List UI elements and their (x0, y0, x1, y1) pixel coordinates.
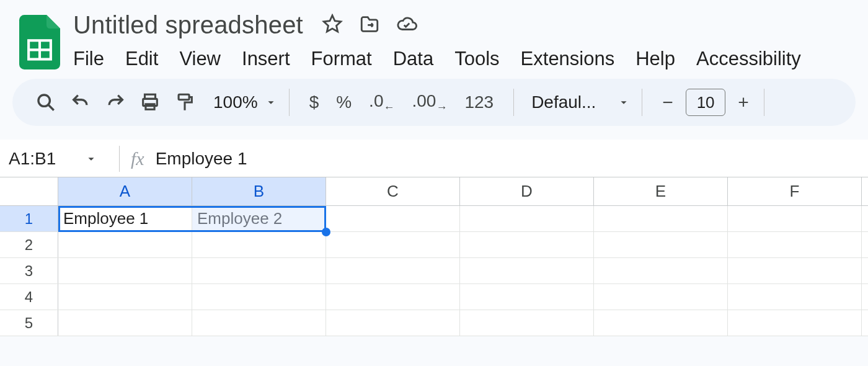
menu-extensions[interactable]: Extensions (521, 48, 615, 70)
decrease-decimal-button[interactable]: .0← (369, 91, 394, 114)
zoom-select[interactable]: 100% (210, 92, 278, 112)
chevron-down-icon (84, 152, 98, 166)
svg-line-4 (48, 105, 54, 110)
star-icon[interactable] (322, 14, 343, 35)
cloud-status-icon[interactable] (396, 14, 417, 35)
cell-B2[interactable] (192, 232, 326, 257)
row-header-4[interactable]: 4 (0, 284, 58, 310)
font-select[interactable]: Defaul... (531, 92, 631, 112)
cell-D5[interactable] (460, 310, 594, 336)
cell-C3[interactable] (326, 258, 460, 283)
cell-F5[interactable] (728, 310, 862, 336)
cell-A5[interactable] (58, 310, 192, 336)
font-size-input[interactable]: 10 (686, 89, 725, 116)
column-header-E[interactable]: E (594, 177, 728, 205)
cell-D4[interactable] (460, 284, 594, 310)
menu-help[interactable]: Help (636, 48, 675, 70)
svg-point-3 (38, 95, 50, 106)
print-icon[interactable] (135, 87, 165, 117)
menu-file[interactable]: File (73, 48, 104, 70)
row-header-5[interactable]: 5 (0, 310, 58, 336)
menubar: File Edit View Insert Format Data Tools … (73, 48, 801, 70)
cell-D3[interactable] (460, 258, 594, 283)
cell-E2[interactable] (594, 232, 728, 257)
format-percent-button[interactable]: % (336, 92, 352, 112)
increase-decimal-button[interactable]: .00→ (412, 91, 447, 114)
chevron-down-icon (264, 96, 278, 109)
cell-A1[interactable]: Employee 1 (58, 206, 192, 231)
font-name: Defaul... (531, 92, 596, 112)
cell-B3[interactable] (192, 258, 326, 283)
menu-data[interactable]: Data (393, 48, 433, 70)
cell-B5[interactable] (192, 310, 326, 336)
more-formats-button[interactable]: 123 (464, 92, 494, 112)
row-header-2[interactable]: 2 (0, 232, 58, 257)
spreadsheet-grid[interactable]: A B C D E F 1 Employee 1 Employee 2 2 3 … (0, 177, 868, 336)
cell-C4[interactable] (326, 284, 460, 310)
svg-rect-8 (179, 94, 189, 100)
cell-F3[interactable] (728, 258, 862, 283)
menu-tools[interactable]: Tools (454, 48, 499, 70)
cell-E5[interactable] (594, 310, 728, 336)
menu-accessibility[interactable]: Accessibility (696, 48, 801, 70)
fx-icon: fx (131, 148, 144, 169)
menu-insert[interactable]: Insert (242, 48, 290, 70)
redo-icon[interactable] (100, 87, 130, 117)
toolbar: 100% $ % .0← .00→ 123 Defaul... − 10 + (12, 79, 856, 126)
cell-F1[interactable] (728, 206, 862, 231)
menu-edit[interactable]: Edit (125, 48, 158, 70)
cell-A4[interactable] (58, 284, 192, 310)
select-all-corner[interactable] (0, 177, 58, 205)
cell-B4[interactable] (192, 284, 326, 310)
cell-A3[interactable] (58, 258, 192, 283)
column-header-B[interactable]: B (192, 177, 326, 205)
document-title[interactable]: Untitled spreadsheet (73, 9, 303, 39)
search-icon[interactable] (31, 87, 61, 117)
cell-F2[interactable] (728, 232, 862, 257)
selection-drag-handle[interactable] (322, 228, 330, 236)
cell-B1[interactable]: Employee 2 (192, 206, 326, 231)
menu-format[interactable]: Format (311, 48, 372, 70)
cell-C1[interactable] (326, 206, 460, 231)
formula-input[interactable]: Employee 1 (156, 149, 247, 169)
row-header-1[interactable]: 1 (0, 206, 58, 231)
cell-C2[interactable] (326, 232, 460, 257)
cell-C5[interactable] (326, 310, 460, 336)
name-box[interactable]: A1:B1 (9, 149, 108, 169)
row-header-3[interactable]: 3 (0, 258, 58, 283)
menu-view[interactable]: View (179, 48, 221, 70)
undo-icon[interactable] (66, 87, 95, 117)
font-size-increase-button[interactable]: + (734, 92, 753, 113)
chevron-down-icon (617, 96, 631, 109)
cell-E1[interactable] (594, 206, 728, 231)
cell-A2[interactable] (58, 232, 192, 257)
column-header-C[interactable]: C (326, 177, 460, 205)
move-icon[interactable] (359, 14, 380, 35)
cell-F4[interactable] (728, 284, 862, 310)
formula-bar: A1:B1 fx Employee 1 (0, 140, 868, 177)
column-header-D[interactable]: D (460, 177, 594, 205)
column-header-F[interactable]: F (728, 177, 862, 205)
cell-E3[interactable] (594, 258, 728, 283)
sheets-logo[interactable] (17, 15, 62, 69)
cell-E4[interactable] (594, 284, 728, 310)
paint-format-icon[interactable] (170, 87, 200, 117)
format-currency-button[interactable]: $ (309, 92, 319, 112)
cell-D2[interactable] (460, 232, 594, 257)
zoom-value: 100% (213, 92, 258, 112)
font-size-decrease-button[interactable]: − (658, 92, 677, 113)
column-header-A[interactable]: A (58, 177, 192, 205)
cell-D1[interactable] (460, 206, 594, 231)
